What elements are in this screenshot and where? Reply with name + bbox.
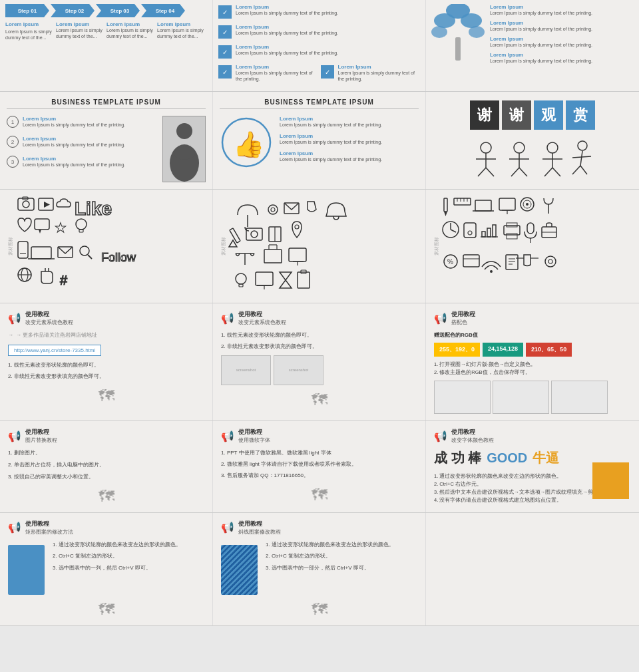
tree-item-4: Lorem Ipsum Lorem Ipsum is simply dummy … [490,52,634,64]
svg-point-48 [80,246,89,255]
panel-label-left-1: 素材图标 [7,237,14,255]
svg-rect-70 [264,250,282,263]
tut-header-url: 📢 使用教程 改变元素系统色教程 [8,310,204,326]
svg-rect-43 [18,242,28,258]
check-item-5: ✓ Lorem Ipsum Lorem Ipsum is simply dumm… [321,64,421,82]
svg-rect-118 [463,255,479,267]
step-1: Step 01 [5,4,49,17]
step-3: Step 03 [96,4,140,17]
megaphone-icon-4: 📢 [8,430,21,442]
svg-rect-63 [246,228,262,240]
map-icon-1: 🗺 [8,387,204,405]
url-hint: → → 更多作品请关注燕岩网店铺地址 [8,331,204,339]
circle-num-2: 2 [7,136,19,148]
stick-figures [466,138,599,178]
megaphone-icon-8: 📢 [221,521,234,534]
map-icon-6: 🗺 [221,600,417,619]
tree-item-3: Lorem Ipsum Lorem Ipsum is simply dummy … [490,36,634,48]
rgb-values-row: 255、192、0 24,154,128 210、65、50 [434,343,631,357]
svg-rect-106 [487,228,491,237]
tree-item-1: Lorem Ipsum Lorem Ipsum is simply dummy … [490,4,634,16]
svg-point-41 [76,219,87,230]
check-icon-4: ✓ [218,65,232,79]
tut-header-color: 📢 使用教程 改变元素系统色教程 [221,310,417,326]
megaphone-icon-3: 📢 [434,312,447,325]
svg-rect-78 [239,284,243,287]
tut-header-font-right: 📢 使用教程 改变字体颜色教程 [434,428,631,444]
map-icon-3: 🗺 [8,487,204,506]
svg-point-120 [490,270,493,273]
svg-text:👍: 👍 [233,129,265,160]
svg-rect-112 [527,223,534,234]
check-item-3: ✓ Lorem Ipsum Lorem Ipsum is simply dumm… [218,44,420,59]
tree-graphic [431,4,485,67]
svg-marker-36 [44,202,50,208]
char-xie-1: 谢 [470,100,499,130]
tut-image-steps: 1. 删除图片。 2. 单击图片占位符，插入电脑中的图片。 3. 按照自己的审美… [8,449,204,481]
svg-point-4 [469,26,485,38]
svg-point-9 [174,146,195,160]
biz-title-1: BUSINESS TEMPLATE IPSUM [7,98,206,109]
svg-rect-110 [507,223,517,227]
check-item-2: ✓ Lorem Ipsum Lorem Ipsum is simply dumm… [218,24,420,39]
svg-line-49 [88,255,92,259]
svg-point-7 [176,123,192,139]
rgb-label: 赠送配色的RGB值 [434,331,631,339]
doodle-icons-3: % [431,195,634,297]
blue-rect-shape [8,545,45,595]
svg-rect-32 [18,198,34,210]
svg-rect-105 [482,232,485,237]
svg-rect-86 [454,198,471,205]
svg-rect-121 [506,255,518,269]
doodle-icons-2 [218,195,420,297]
thankyou-section: 谢 谢 观 赏 [466,100,599,180]
svg-rect-74 [289,248,306,261]
svg-text:★: ★ [55,220,67,235]
check-icon-1: ✓ [218,5,232,19]
biz-list-item-1: 1 Lorem Ipsum Lorem Ipsum is simply dumm… [7,116,157,128]
svg-rect-45 [31,247,51,259]
step-col-1: Lorem Ipsum Lorem Ipsum is simply dummy … [5,21,53,41]
thumbs-list: Lorem Ipsum Lorem Ipsum is simply dummy … [280,116,419,162]
svg-text:Like: Like [75,198,112,219]
check-icon-5: ✓ [321,65,334,79]
step-col-2: Lorem Ipsum Lorem Ipsum is simply dummy … [56,21,104,41]
step-4: Step 04 [141,4,185,17]
panel-label-left-3: 素材图标 [433,237,440,255]
biz-list-item-3: 3 Lorem Ipsum Lorem Ipsum is simply dumm… [7,156,157,168]
map-icon-4: 🗺 [221,486,417,504]
svg-marker-39 [39,230,41,234]
svg-rect-111 [507,234,517,239]
map-icon-5: 🗺 [8,600,204,619]
rgb-box-yellow: 255、192、0 [434,343,480,357]
svg-line-28 [580,151,582,166]
svg-point-12 [481,142,491,153]
svg-rect-103 [464,223,476,238]
biz-list-item-2: 2 Lorem Ipsum Lorem Ipsum is simply dumm… [7,136,157,148]
svg-line-20 [511,168,519,176]
svg-text:#: # [60,273,68,287]
circle-num-3: 3 [7,156,19,168]
color-screenshots: screenshot screenshot [221,355,417,385]
url-link[interactable]: http://www.yanj.cn/store-7335.html [8,345,101,356]
svg-text:Follow: Follow [101,251,136,264]
check-icon-3: ✓ [218,45,232,59]
svg-point-1 [434,13,455,28]
step-2: Step 02 [51,4,95,17]
svg-point-127 [545,256,556,267]
svg-rect-91 [475,200,491,211]
tut-steps-color: 1. 线性元素改变形状轮廓的颜色即可。 2. 非线性元素改变形状填充的颜色即可。 [8,361,204,381]
megaphone-icon-7: 📢 [8,521,21,534]
svg-point-77 [236,273,246,284]
shape1-steps: 1. 通过改变形状轮廓的颜色来改变左边的形状的颜色。 2. Ctrl+C 复制左… [53,541,181,576]
tut-header-shape2: 📢 使用教程 斜线图案修改教程 [221,520,417,536]
svg-point-17 [514,142,525,153]
svg-point-104 [468,231,472,235]
svg-point-22 [547,142,558,153]
thumbs-up-icon: 👍 [220,116,273,172]
tut-header-rgb: 📢 使用教程 搭配色 [434,310,631,326]
shape2-steps: 1. 通过改变形状轮廓的颜色来改变左边的形状的颜色。 2. Ctrl+C 复制左… [266,541,394,576]
svg-line-21 [519,168,527,176]
step-col-3: Lorem Ipsum Lorem Ipsum is simply dummy … [106,21,154,41]
megaphone-icon-2: 📢 [221,312,234,325]
